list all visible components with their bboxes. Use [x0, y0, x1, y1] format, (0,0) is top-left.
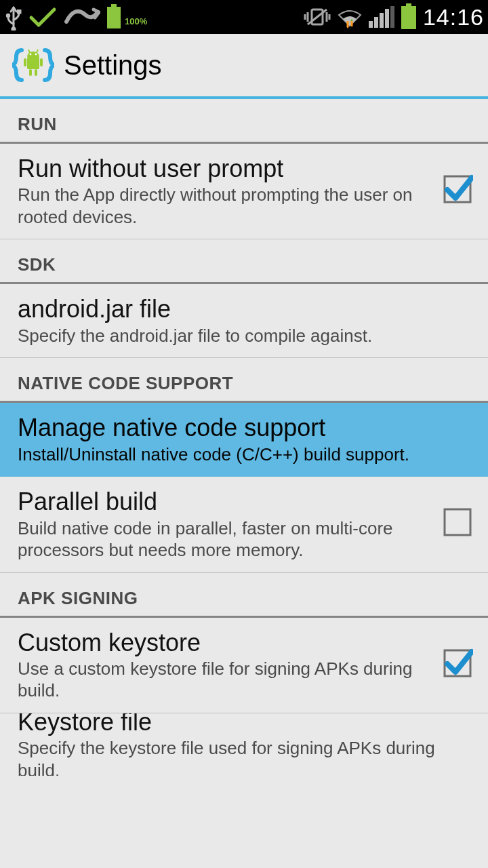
pref-manage-native[interactable]: Manage native code support Install/Unins… [0, 403, 488, 477]
app-icon [12, 43, 54, 87]
pref-summary: Specify the keystore file used for signi… [18, 736, 473, 776]
sync-icon [62, 5, 100, 28]
svg-rect-24 [445, 509, 470, 535]
battery-pct-label: 100% [125, 16, 147, 31]
pref-summary: Install/Uninstall native code (C/C++) bu… [18, 442, 473, 466]
svg-rect-1 [17, 9, 22, 14]
svg-rect-8 [374, 17, 378, 28]
status-bar: 100% [0, 0, 488, 34]
signal-icon [369, 6, 394, 28]
pref-run-without-prompt[interactable]: Run without user prompt Run the App dire… [0, 144, 488, 239]
checkbox-checked-icon[interactable] [442, 648, 473, 682]
svg-rect-12 [406, 3, 411, 6]
pref-summary: Build native code in parallel, faster on… [18, 516, 430, 561]
svg-rect-14 [27, 57, 39, 69]
svg-rect-3 [111, 4, 117, 7]
page-title: Settings [64, 50, 162, 81]
action-bar: Settings [0, 34, 488, 99]
svg-rect-15 [24, 58, 26, 66]
pref-custom-keystore[interactable]: Custom keystore Use a custom keystore fi… [0, 618, 488, 713]
pref-title: Parallel build [18, 486, 430, 515]
svg-rect-17 [29, 69, 32, 76]
svg-rect-18 [35, 69, 37, 76]
pref-title: android.jar file [18, 294, 473, 323]
svg-rect-7 [369, 21, 373, 28]
vibrate-icon [304, 5, 331, 28]
settings-list[interactable]: RUN Run without user prompt Run the App … [0, 99, 488, 868]
svg-point-2 [11, 26, 16, 31]
pref-android-jar[interactable]: android.jar file Specify the android.jar… [0, 284, 488, 358]
section-header-native: NATIVE CODE SUPPORT [0, 358, 488, 403]
pref-title: Keystore file [18, 713, 473, 736]
pref-title: Run without user prompt [18, 153, 430, 182]
pref-summary: Specify the android.jar file to compile … [18, 323, 473, 347]
svg-point-0 [6, 14, 10, 18]
svg-rect-13 [401, 6, 416, 29]
svg-rect-11 [390, 6, 394, 28]
usb-icon [4, 3, 23, 31]
check-icon [28, 5, 57, 28]
pref-summary: Run the App directly without prompting t… [18, 182, 430, 228]
svg-line-19 [28, 50, 30, 53]
svg-line-20 [37, 50, 38, 53]
pref-parallel-build[interactable]: Parallel build Build native code in para… [0, 477, 488, 572]
status-clock: 14:16 [423, 4, 484, 31]
svg-rect-16 [40, 58, 43, 66]
svg-point-22 [35, 54, 37, 56]
pref-title: Custom keystore [18, 627, 430, 656]
pref-title: Manage native code support [18, 412, 473, 441]
svg-point-21 [30, 54, 32, 56]
checkbox-unchecked-icon[interactable] [442, 507, 473, 540]
section-header-run: RUN [0, 99, 488, 144]
checkbox-checked-icon[interactable] [442, 174, 473, 208]
battery-icon [400, 3, 418, 31]
section-header-signing: APK SIGNING [0, 573, 488, 618]
svg-line-6 [308, 9, 327, 24]
battery-small-icon [106, 4, 122, 30]
pref-keystore-file[interactable]: Keystore file Specify the keystore file … [0, 713, 488, 776]
wifi-icon [336, 5, 363, 28]
section-header-sdk: SDK [0, 239, 488, 284]
svg-rect-9 [380, 13, 384, 28]
pref-summary: Use a custom keystore file for signing A… [18, 656, 430, 702]
svg-rect-10 [385, 9, 389, 28]
svg-rect-4 [107, 7, 121, 28]
